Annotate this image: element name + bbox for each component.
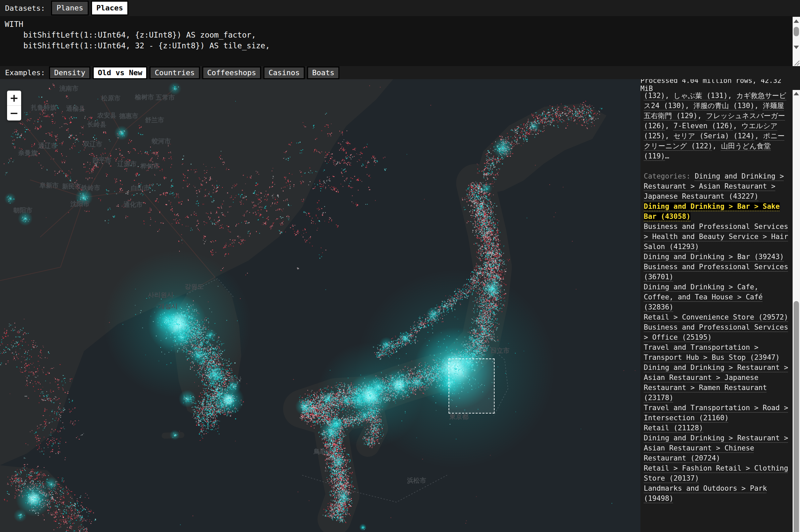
- status-bar: Processed 4.04 million rows, 42.32 MiB: [640, 79, 800, 90]
- category-link[interactable]: Retail (21128): [644, 424, 703, 432]
- dataset-button-planes[interactable]: Planes: [51, 1, 88, 16]
- category-link[interactable]: Travel and Transportation > Transport Hu…: [644, 343, 780, 361]
- sql-editor-scrollbar[interactable]: [793, 17, 800, 66]
- sidebar: Processed 4.04 million rows, 42.32 MiB (…: [640, 79, 800, 532]
- sql-code[interactable]: WITH bitShiftLeft(1::UInt64, {z:UInt8}) …: [0, 16, 800, 54]
- map-selection-box[interactable]: [449, 359, 495, 414]
- map-canvas[interactable]: [0, 79, 640, 532]
- zoom-in-button[interactable]: +: [7, 91, 21, 106]
- zoom-control: + −: [7, 91, 21, 120]
- brands-block: (132), しゃぶ葉 (131), カギ救急サービス24 (130), 洋服の…: [644, 91, 788, 161]
- category-link[interactable]: Business and Professional Services > Hea…: [644, 223, 788, 251]
- category-link[interactable]: Business and Professional Services (3670…: [644, 263, 788, 281]
- category-link[interactable]: Dining and Drinking > Bar (39243): [644, 253, 784, 261]
- examples-buttons: DensityOld vs NewCountriesCoffeeshopsCas…: [49, 66, 339, 79]
- map[interactable]: 洮南市松原市五常市榆树市扎鲁特旗通榆县农安县德惠市舒兰市长岭县通辽市双辽市蛟河市…: [0, 79, 640, 532]
- category-link[interactable]: Landmarks and Outdoors > Park (19498): [644, 484, 767, 502]
- sql-editor[interactable]: WITH bitShiftLeft(1::UInt64, {z:UInt8}) …: [0, 16, 800, 66]
- scroll-down-icon[interactable]: [794, 46, 799, 49]
- category-link[interactable]: Dining and Drinking > Restaurant > Asian…: [644, 363, 788, 402]
- dataset-button-places[interactable]: Places: [91, 1, 128, 16]
- examples-bar: Examples: DensityOld vs NewCountriesCoff…: [0, 66, 800, 79]
- datasets-buttons: PlanesPlaces: [51, 1, 128, 16]
- category-link[interactable]: Dining and Drinking > Cafe, Coffee, and …: [644, 283, 763, 311]
- examples-label: Examples:: [5, 69, 45, 77]
- zoom-out-button[interactable]: −: [7, 106, 21, 120]
- resize-grip-icon[interactable]: [793, 58, 800, 66]
- brand-link[interactable]: しゃぶ葉 (131): [674, 92, 728, 100]
- category-link-highlighted[interactable]: Dining and Drinking > Bar > Sake Bar (43…: [644, 203, 780, 221]
- example-button-countries[interactable]: Countries: [149, 66, 200, 79]
- app: Datasets: PlanesPlaces WITH bitShiftLeft…: [0, 0, 800, 532]
- block-gap: [644, 161, 788, 171]
- sidebar-content: (132), しゃぶ葉 (131), カギ救急サービス24 (130), 洋服の…: [640, 90, 800, 504]
- sidebar-scrollbar-thumb[interactable]: [794, 301, 799, 532]
- category-link[interactable]: Retail > Fashion Retail > Clothing Store…: [644, 464, 788, 482]
- example-button-density[interactable]: Density: [49, 66, 90, 79]
- categories-block: Categories: Dining and Drinking > Restau…: [644, 171, 788, 504]
- sql-scrollbar-thumb[interactable]: [794, 27, 799, 36]
- category-link[interactable]: Business and Professional Services > Off…: [644, 323, 788, 341]
- datasets-bar: Datasets: PlanesPlaces: [0, 0, 800, 16]
- example-button-boats[interactable]: Boats: [307, 66, 339, 79]
- categories-label: Categories:: [644, 172, 695, 180]
- example-button-coffeeshops[interactable]: Coffeeshops: [202, 66, 261, 79]
- brand-link[interactable]: 7-Eleven (126): [674, 122, 733, 130]
- brand-link[interactable]: セリア (Seria) (124): [674, 132, 754, 140]
- category-link[interactable]: Travel and Transportation > Road > Inter…: [644, 404, 788, 422]
- brand-link[interactable]: 洋服の青山 (130): [693, 102, 754, 110]
- scroll-up-icon[interactable]: [794, 19, 799, 23]
- sidebar-scrollbar[interactable]: [793, 90, 800, 532]
- example-button-casinos[interactable]: Casinos: [263, 66, 305, 79]
- scroll-up-icon[interactable]: [794, 92, 799, 95]
- example-button-old-vs-new[interactable]: Old vs New: [93, 66, 147, 79]
- brand-link[interactable]: (132): [644, 92, 665, 100]
- category-link[interactable]: Retail > Convenience Store (29572): [644, 313, 788, 321]
- datasets-label: Datasets:: [5, 4, 45, 13]
- category-link[interactable]: Dining and Drinking > Restaurant > Asian…: [644, 434, 788, 462]
